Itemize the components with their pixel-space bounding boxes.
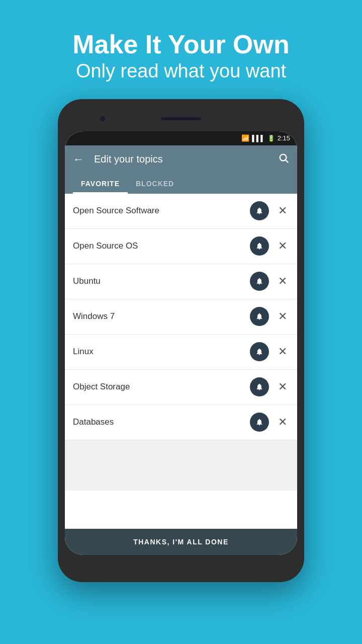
topic-name-windows-7: Windows 7: [73, 311, 250, 321]
topic-name-object-storage: Object Storage: [73, 382, 250, 392]
remove-button-open-source-software[interactable]: ✕: [276, 202, 289, 219]
remove-button-open-source-os[interactable]: ✕: [276, 237, 289, 255]
phone-camera: [100, 116, 105, 121]
remove-button-databases[interactable]: ✕: [276, 414, 289, 431]
topic-name-open-source-software: Open Source Software: [73, 206, 250, 216]
bell-button-ubuntu[interactable]: [250, 272, 269, 291]
status-time: 2:15: [278, 134, 290, 142]
remove-button-object-storage[interactable]: ✕: [276, 378, 289, 395]
remove-button-windows-7[interactable]: ✕: [276, 308, 289, 325]
topic-item-windows-7: Windows 7 ✕: [65, 299, 297, 335]
hero-subtitle: Only read what you want: [72, 59, 290, 84]
topic-item-object-storage: Object Storage ✕: [65, 370, 297, 405]
tabs-bar: FAVORITE BLOCKED: [65, 174, 297, 194]
bell-icon: [255, 348, 263, 356]
phone-screen: 📶 ▌▌▌ 🔋 2:15 ← Edit your topics FAVORITE: [65, 131, 297, 555]
bell-button-open-source-software[interactable]: [250, 201, 269, 220]
topic-name-databases: Databases: [73, 417, 250, 427]
topic-item-open-source-software: Open Source Software ✕: [65, 194, 297, 229]
hero-title: Make It Your Own: [72, 30, 290, 59]
bell-button-object-storage[interactable]: [250, 377, 269, 396]
bell-icon: [255, 383, 263, 391]
bell-icon: [255, 418, 263, 426]
tab-blocked[interactable]: BLOCKED: [128, 174, 182, 194]
search-button[interactable]: [278, 152, 289, 167]
status-bar: 📶 ▌▌▌ 🔋 2:15: [65, 131, 297, 145]
back-button[interactable]: ←: [73, 153, 84, 166]
app-bar: ← Edit your topics: [65, 145, 297, 174]
bell-button-databases[interactable]: [250, 413, 269, 432]
remove-button-linux[interactable]: ✕: [276, 343, 289, 360]
topic-name-open-source-os: Open Source OS: [73, 241, 250, 251]
topic-name-ubuntu: Ubuntu: [73, 276, 250, 286]
hero-section: Make It Your Own Only read what you want: [72, 0, 290, 99]
topic-item-databases: Databases ✕: [65, 405, 297, 440]
topic-item-ubuntu: Ubuntu ✕: [65, 264, 297, 299]
wifi-icon: 📶: [241, 134, 249, 142]
bell-icon: [255, 207, 263, 215]
app-bar-title: Edit your topics: [94, 153, 278, 165]
empty-area: [65, 440, 297, 491]
topic-item-linux: Linux ✕: [65, 335, 297, 370]
remove-button-ubuntu[interactable]: ✕: [276, 273, 289, 290]
svg-point-0: [280, 154, 287, 160]
signal-icon: ▌▌▌: [252, 135, 265, 142]
bell-button-linux[interactable]: [250, 342, 269, 361]
topic-item-open-source-os: Open Source OS ✕: [65, 229, 297, 264]
bell-icon: [255, 242, 263, 250]
topic-name-linux: Linux: [73, 347, 250, 357]
bell-icon: [255, 277, 263, 285]
phone-device: 📶 ▌▌▌ 🔋 2:15 ← Edit your topics FAVORITE: [58, 99, 304, 582]
bell-button-open-source-os[interactable]: [250, 236, 269, 256]
bell-icon: [255, 312, 263, 320]
phone-speaker: [161, 117, 201, 120]
topic-list: Open Source Software ✕Open Source OS ✕Ub…: [65, 194, 297, 529]
battery-icon: 🔋: [267, 135, 275, 142]
svg-line-1: [286, 160, 288, 163]
done-button[interactable]: THANKS, I'M ALL DONE: [65, 529, 297, 555]
tab-favorite[interactable]: FAVORITE: [73, 174, 128, 194]
bell-button-windows-7[interactable]: [250, 307, 269, 326]
